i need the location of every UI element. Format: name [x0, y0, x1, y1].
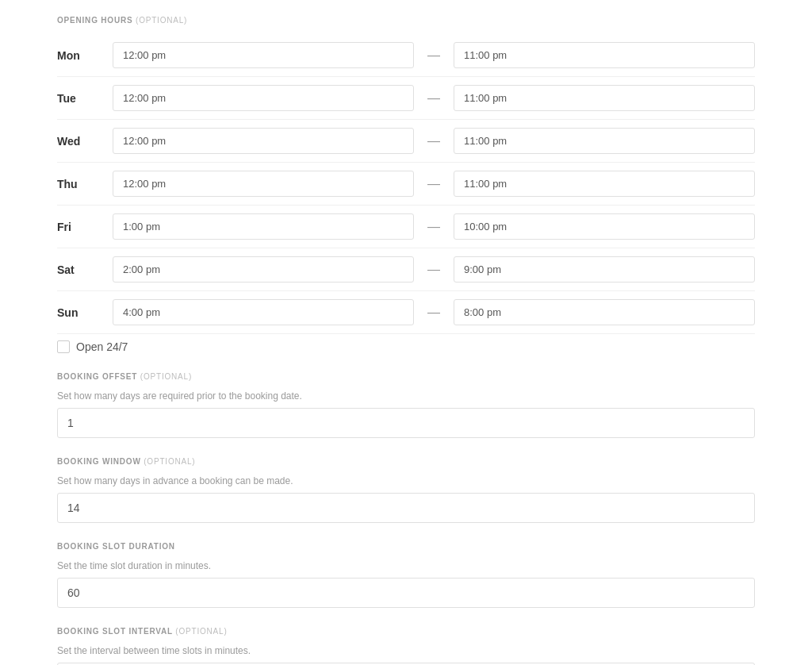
separator-tue: — — [414, 91, 454, 106]
open-time-mon[interactable] — [113, 42, 414, 68]
open-time-sat[interactable] — [113, 256, 414, 283]
separator-sun: — — [414, 306, 454, 320]
open-time-fri[interactable] — [113, 213, 414, 240]
day-label-thu: Thu — [57, 178, 113, 190]
opening-hours-section: OPENING HOURS (OPTIONAL) Mon — Tue — Wed… — [57, 16, 755, 353]
separator-thu: — — [414, 177, 454, 191]
open-time-sun[interactable] — [113, 299, 414, 325]
opening-hours-label: OPENING HOURS (OPTIONAL) — [57, 16, 755, 25]
open-time-tue[interactable] — [113, 85, 414, 111]
booking-offset-label: BOOKING OFFSET (OPTIONAL) — [57, 372, 755, 381]
close-time-thu[interactable] — [454, 171, 755, 197]
booking-offset-section: BOOKING OFFSET (OPTIONAL) Set how many d… — [57, 372, 755, 438]
hours-row-mon: Mon — — [57, 34, 755, 77]
day-label-sat: Sat — [57, 263, 113, 276]
booking-slot-interval-label: BOOKING SLOT INTERVAL (OPTIONAL) — [57, 627, 755, 636]
close-time-wed[interactable] — [454, 128, 755, 154]
hours-row-wed: Wed — — [57, 120, 755, 163]
hours-rows: Mon — Tue — Wed — Thu — Fri — Sat — [57, 34, 755, 334]
open24-label: Open 24/7 — [76, 340, 128, 353]
booking-offset-desc: Set how many days are required prior to … — [57, 390, 755, 402]
hours-row-fri: Fri — — [57, 206, 755, 248]
open-time-thu[interactable] — [113, 171, 414, 197]
day-label-sun: Sun — [57, 306, 113, 319]
day-label-mon: Mon — [57, 49, 113, 62]
booking-window-desc: Set how many days in advance a booking c… — [57, 475, 755, 486]
close-time-sat[interactable] — [454, 256, 755, 283]
booking-slot-interval-desc: Set the interval between time slots in m… — [57, 645, 755, 656]
open24-checkbox[interactable] — [57, 340, 70, 353]
separator-sat: — — [414, 263, 454, 277]
booking-slot-duration-label: BOOKING SLOT DURATION — [57, 542, 755, 551]
open24-row: Open 24/7 — [57, 340, 755, 353]
separator-fri: — — [414, 220, 454, 234]
close-time-fri[interactable] — [454, 213, 755, 240]
booking-slot-duration-desc: Set the time slot duration in minutes. — [57, 560, 755, 571]
hours-row-sat: Sat — — [57, 248, 755, 291]
booking-offset-input[interactable] — [57, 408, 755, 438]
close-time-tue[interactable] — [454, 85, 755, 111]
booking-window-label: BOOKING WINDOW (OPTIONAL) — [57, 457, 755, 466]
close-time-mon[interactable] — [454, 42, 755, 68]
open-time-wed[interactable] — [113, 128, 414, 154]
booking-slot-duration-input[interactable] — [57, 578, 755, 608]
close-time-sun[interactable] — [454, 299, 755, 325]
booking-window-input[interactable] — [57, 493, 755, 523]
day-label-fri: Fri — [57, 221, 113, 233]
day-label-wed: Wed — [57, 135, 113, 148]
separator-mon: — — [414, 48, 454, 63]
hours-row-sun: Sun — — [57, 291, 755, 334]
booking-slot-duration-section: BOOKING SLOT DURATION Set the time slot … — [57, 542, 755, 608]
day-label-tue: Tue — [57, 92, 113, 105]
hours-row-tue: Tue — — [57, 77, 755, 120]
page-container: OPENING HOURS (OPTIONAL) Mon — Tue — Wed… — [25, 0, 787, 665]
separator-wed: — — [414, 134, 454, 148]
hours-row-thu: Thu — — [57, 163, 755, 206]
booking-window-section: BOOKING WINDOW (OPTIONAL) Set how many d… — [57, 457, 755, 523]
booking-slot-interval-section: BOOKING SLOT INTERVAL (OPTIONAL) Set the… — [57, 627, 755, 665]
